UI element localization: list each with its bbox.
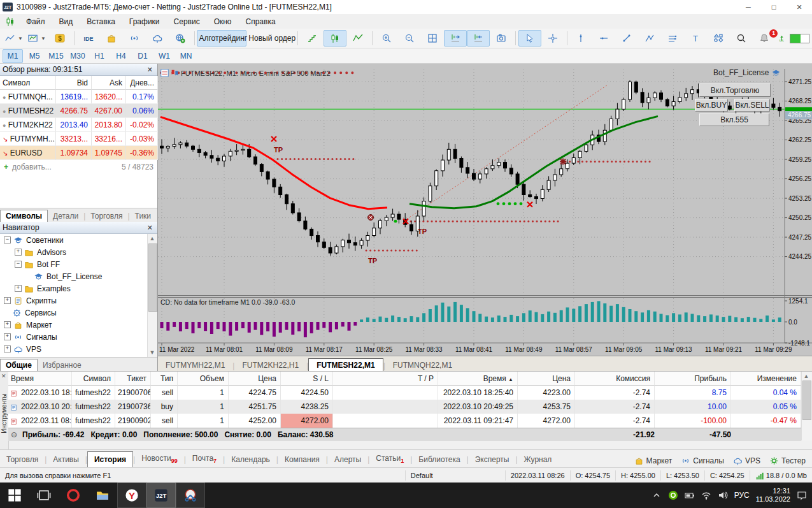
menu-Вид[interactable]: Вид [52, 15, 80, 28]
tree-item-Examples[interactable]: +Examples [0, 282, 157, 294]
tree-item-Bot FF[interactable]: −Bot FF [0, 258, 157, 270]
screenshot-button[interactable] [490, 30, 513, 47]
chart-tab-FUTMESH22,M1[interactable]: FUTMESH22,M1 [308, 358, 383, 372]
close-button[interactable]: ✕ [787, 1, 812, 14]
column-header-Цена[interactable]: Цена [518, 372, 575, 386]
column-header-Символ[interactable]: Символ [72, 372, 115, 386]
tree-item-Скрипты[interactable]: +Скрипты [0, 294, 157, 307]
notifications-button[interactable]: 1 [753, 30, 776, 47]
timeframe-M30[interactable]: M30 [68, 49, 88, 63]
toolbox-tab-Новости[interactable]: Новости99 [135, 451, 183, 468]
vline-button[interactable] [569, 30, 592, 47]
column-header-T / P[interactable]: T / P [333, 372, 438, 386]
tree-item-Bot_FF_License[interactable]: Bot_FF_License [0, 270, 157, 282]
toolbox-tab-Статьи[interactable]: Статьи1 [369, 451, 410, 468]
history-row[interactable]: 2022.03.10 18:18:...futmesh22219007062se… [8, 386, 801, 400]
enable-sell-button[interactable]: Вкл.SELL [734, 99, 770, 112]
toolbox-tab-Библиотека[interactable]: Библиотека [412, 452, 466, 468]
timeframe-H4[interactable]: H4 [111, 49, 131, 63]
levels-button[interactable]: LVL [776, 30, 812, 47]
timeframe-D1[interactable]: D1 [132, 49, 153, 63]
tab-Общие[interactable]: Общие [0, 359, 38, 371]
column-header-S / L[interactable]: S / L [281, 372, 333, 386]
chart-shift-button[interactable] [467, 30, 490, 47]
community-button[interactable] [169, 30, 192, 47]
collapse-icon[interactable]: − [4, 236, 11, 243]
cursor-button[interactable] [518, 30, 541, 47]
hline-button[interactable] [592, 30, 615, 47]
minimize-button[interactable]: ─ [736, 1, 761, 14]
bars-mode-button[interactable] [301, 30, 324, 47]
notification-center-icon[interactable] [797, 490, 807, 500]
tree-item-Advisors[interactable]: +Advisors [0, 246, 157, 258]
depth-of-market-button[interactable]: $ [48, 30, 71, 47]
quicklink-Сигналы[interactable]: Сигналы [681, 456, 724, 465]
market-button[interactable] [100, 30, 123, 47]
j2t-terminal-button[interactable]: J2T [146, 483, 176, 508]
column-header-Изменение[interactable]: Изменение [731, 372, 801, 386]
text-button[interactable]: T [684, 30, 707, 47]
quicklink-Маркет[interactable]: Маркет [634, 456, 673, 465]
timeframe-H1[interactable]: H1 [89, 49, 110, 63]
timeframe-MN[interactable]: MN [176, 49, 196, 63]
toolbox-tab-Торговля[interactable]: Торговля [0, 452, 45, 468]
profile-selector[interactable]: Default [405, 470, 505, 481]
tab-Тики[interactable]: Тики [130, 210, 156, 222]
explorer-button[interactable] [88, 483, 117, 508]
navigator-scrollbar[interactable]: ▲▼ [147, 234, 157, 357]
toolbox-tab-История[interactable]: История [87, 451, 133, 468]
tray-expand-icon[interactable] [652, 490, 662, 500]
expand-icon[interactable]: + [4, 321, 11, 328]
column-header[interactable]: Bid [56, 76, 92, 90]
symbol-row[interactable]: ↘ EURUSD1.097341.09745-0.36% [0, 146, 157, 160]
toolbox-tab-Календарь[interactable]: Календарь [225, 452, 276, 468]
column-header[interactable]: Днев... [126, 76, 158, 90]
snipping-tool-button[interactable] [176, 483, 205, 508]
wifi-icon[interactable] [701, 490, 711, 500]
scroll-up-icon[interactable]: ▲ [148, 234, 157, 243]
expand-icon[interactable]: + [4, 297, 11, 304]
auto-scroll-button[interactable] [444, 30, 467, 47]
close-icon[interactable]: ✕ [145, 224, 155, 232]
menu-Справка[interactable]: Справка [239, 15, 283, 28]
history-row[interactable]: 2022.03.11 08:35:...futmesh22219009026se… [8, 414, 801, 428]
menu-Файл[interactable]: Файл [19, 15, 52, 28]
chart-tab-FUTMNQH22,M1[interactable]: FUTMNQH22,M1 [385, 359, 460, 372]
zoom-out-button[interactable] [398, 30, 421, 47]
symbol-row[interactable]: ● FUTMNQH...13619...13620...0.17% [0, 90, 157, 104]
tree-item-Сервисы[interactable]: Сервисы [0, 307, 157, 319]
shapes-button[interactable] [707, 30, 730, 47]
column-header-Объем[interactable]: Объем [178, 372, 229, 386]
menu-Вставка[interactable]: Вставка [80, 15, 122, 28]
expand-icon[interactable]: + [15, 285, 22, 292]
channel-button[interactable] [661, 30, 684, 47]
search-button[interactable] [730, 30, 753, 47]
connection-status[interactable]: 18.8 / 0.0 Mb [750, 470, 812, 481]
ide-button[interactable]: IDE [77, 30, 100, 47]
quicklink-Тестер[interactable]: Тестер [769, 456, 806, 465]
toolbox-tab-Эксперты[interactable]: Эксперты [469, 452, 516, 468]
collapse-summary-icon[interactable]: ⊖ [11, 430, 17, 439]
expand-icon[interactable]: + [4, 333, 11, 340]
menu-Сервис[interactable]: Сервис [167, 15, 207, 28]
quicklink-VPS[interactable]: VPS [733, 456, 760, 465]
toolbox-tab-Алерты[interactable]: Алерты [328, 452, 367, 468]
tree-item-Сигналы[interactable]: +Сигналы [0, 331, 157, 343]
polyline-button[interactable] [638, 30, 661, 47]
tile-windows-button[interactable] [421, 30, 444, 47]
chart-type-button[interactable]: ▼ [3, 30, 25, 47]
tab-Детали[interactable]: Детали [48, 210, 83, 222]
antivirus-icon[interactable] [668, 490, 678, 500]
battery-icon[interactable] [685, 490, 695, 500]
column-header-Время[interactable]: Время ▲ [438, 372, 518, 386]
line-mode-button[interactable] [346, 30, 369, 47]
volume-icon[interactable] [718, 490, 728, 500]
column-header[interactable]: Ask [92, 76, 126, 90]
column-header-Тип[interactable]: Тип [151, 372, 178, 386]
tab-Торговля[interactable]: Торговля [85, 210, 127, 222]
crosshair-button[interactable] [541, 30, 564, 47]
language-indicator[interactable]: РУС [734, 491, 750, 500]
column-header-Комиссия[interactable]: Комиссия [575, 372, 655, 386]
tab-Символы[interactable]: Символы [0, 210, 48, 222]
chart-tab-FUTM2KH22,H1[interactable]: FUTM2KH22,H1 [234, 359, 306, 372]
